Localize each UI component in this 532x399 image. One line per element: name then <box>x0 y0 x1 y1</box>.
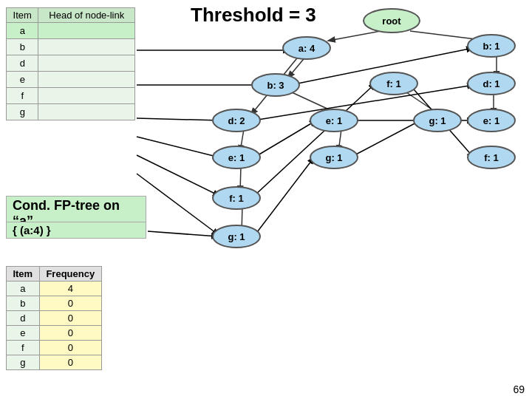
svg-point-37 <box>468 72 515 95</box>
svg-text:d: 1: d: 1 <box>482 78 499 89</box>
row-e-item: e <box>7 72 38 88</box>
cond-pattern: { (a:4) } <box>6 222 146 239</box>
svg-text:a: 4: a: 4 <box>299 43 316 54</box>
freq-table: Item Frequency a 4 b 0 d 0 e 0 f 0 g 0 <box>6 266 102 370</box>
freq-row-f-item: f <box>7 341 40 355</box>
row-f-item: f <box>7 88 38 104</box>
svg-text:b: 3: b: 3 <box>267 80 284 91</box>
svg-text:root: root <box>382 16 401 27</box>
svg-text:g: 1: g: 1 <box>429 115 446 126</box>
svg-line-22 <box>409 83 474 157</box>
svg-point-45 <box>468 109 515 132</box>
page-number: 69 <box>513 383 525 395</box>
svg-line-15 <box>137 118 220 120</box>
row-a-item: a <box>7 23 38 39</box>
svg-line-26 <box>148 231 218 236</box>
svg-line-5 <box>406 92 440 115</box>
svg-point-55 <box>213 225 260 248</box>
svg-point-49 <box>310 146 358 168</box>
freq-row-a-val: 4 <box>39 282 101 296</box>
svg-line-14 <box>290 48 473 85</box>
row-a-link <box>38 23 135 39</box>
freq-row-f-val: 0 <box>39 341 101 355</box>
svg-text:e: 1: e: 1 <box>326 115 342 126</box>
svg-text:e: 1: e: 1 <box>228 152 245 163</box>
freq-row-a-item: a <box>7 282 40 296</box>
row-b-item: b <box>7 39 38 55</box>
freq-row-d-item: d <box>7 311 40 326</box>
svg-point-41 <box>310 109 358 132</box>
row-d-link <box>38 55 135 72</box>
svg-line-10 <box>240 166 241 192</box>
freq-row-d-val: 0 <box>39 311 101 326</box>
svg-point-33 <box>252 74 299 96</box>
freq-row-g-val: 0 <box>39 355 101 370</box>
svg-line-20 <box>137 155 219 196</box>
svg-line-24 <box>255 157 314 235</box>
svg-line-9 <box>338 129 341 151</box>
svg-line-17 <box>137 137 219 157</box>
svg-point-43 <box>414 109 461 132</box>
row-g-link <box>38 104 135 120</box>
svg-line-3 <box>251 55 299 115</box>
threshold-title: Threshold = 3 <box>191 4 316 27</box>
svg-text:e: 1: e: 1 <box>483 115 499 126</box>
svg-point-29 <box>283 37 330 59</box>
svg-text:f: 1: f: 1 <box>386 78 401 89</box>
freq-col-freq: Frequency <box>39 267 101 282</box>
svg-point-51 <box>468 146 515 168</box>
svg-line-8 <box>240 129 244 151</box>
svg-line-4 <box>292 92 340 115</box>
svg-point-47 <box>213 146 260 168</box>
freq-col-item: Item <box>7 267 40 282</box>
freq-row-b-val: 0 <box>39 296 101 311</box>
row-d-item: d <box>7 55 38 72</box>
svg-line-18 <box>254 120 316 157</box>
row-f-link <box>38 88 135 104</box>
svg-line-1 <box>410 31 488 41</box>
svg-line-11 <box>242 205 242 233</box>
freq-row-g-item: g <box>7 355 40 370</box>
svg-point-39 <box>213 109 260 132</box>
svg-line-25 <box>350 120 420 157</box>
header-table: Item Head of node-link a b d e f g <box>6 7 135 120</box>
svg-line-2 <box>288 55 307 78</box>
svg-text:b: 1: b: 1 <box>482 41 499 52</box>
svg-point-31 <box>468 35 515 57</box>
svg-text:g: 1: g: 1 <box>325 152 342 163</box>
svg-point-53 <box>213 187 260 209</box>
svg-point-35 <box>370 72 417 95</box>
freq-row-e-val: 0 <box>39 326 101 341</box>
svg-text:f: 1: f: 1 <box>229 193 244 204</box>
row-b-link <box>38 39 135 55</box>
freq-row-e-item: e <box>7 326 40 341</box>
svg-line-23 <box>137 174 219 235</box>
row-e-link <box>38 72 135 88</box>
svg-text:g: 1: g: 1 <box>228 231 245 242</box>
row-g-item: g <box>7 104 38 120</box>
svg-line-16 <box>253 85 474 120</box>
freq-row-b-item: b <box>7 296 40 311</box>
col-item: Item <box>7 8 38 23</box>
svg-text:f: 1: f: 1 <box>484 152 499 163</box>
svg-text:d: 2: d: 2 <box>228 115 245 126</box>
svg-point-27 <box>364 9 420 33</box>
col-head: Head of node-link <box>38 8 135 23</box>
svg-line-0 <box>329 31 381 41</box>
svg-line-21 <box>254 83 375 196</box>
